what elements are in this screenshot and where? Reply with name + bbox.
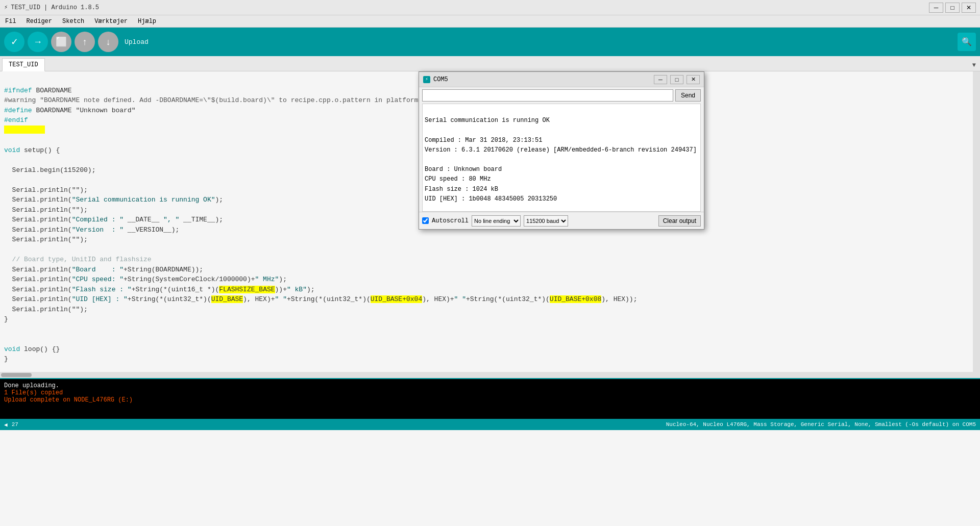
upload-label: Upload xyxy=(125,38,149,46)
com5-output-line-1: Serial communication is running OK xyxy=(425,116,698,126)
app-icon: ⚡ xyxy=(4,4,8,11)
clear-output-button[interactable]: Clear output xyxy=(658,215,701,227)
code-void-loop: void xyxy=(4,345,20,353)
open-button[interactable]: ↑ xyxy=(75,32,95,52)
code-println-compiled: Serial.println("Compiled : " __DATE__ ",… xyxy=(12,216,224,223)
code-close-brace-2: } xyxy=(4,355,8,363)
code-line-3b: BOARDNAME "Unknown board" xyxy=(36,107,135,114)
com5-output[interactable]: Serial communication is running OK Compi… xyxy=(422,104,701,212)
code-line-1: #ifndef xyxy=(4,87,32,94)
maximize-button[interactable]: □ xyxy=(945,3,960,13)
code-println-1: Serial.println(""); xyxy=(12,186,88,194)
code-loop-fn: loop() {} xyxy=(24,345,60,353)
code-println-2: Serial.println("Serial communication is … xyxy=(12,196,224,204)
com5-output-line-4: Version : 6.3.1 20170620 (release) [ARM/… xyxy=(425,145,698,155)
code-println-cpu: Serial.println("CPU speed: "+String(Syst… xyxy=(12,275,287,283)
status-left: ◀ 27 xyxy=(4,421,18,428)
code-boardname-1: BOARDNAME xyxy=(36,87,71,94)
code-println-board: Serial.println("Board : "+String(BOARDNA… xyxy=(12,266,203,273)
autoscroll-label[interactable]: Autoscroll xyxy=(432,217,469,224)
main-scrollbar[interactable] xyxy=(973,71,980,372)
code-serial-begin: Serial.begin(115200); xyxy=(12,166,96,174)
com5-output-line-7: CPU speed : 80 MHz xyxy=(425,174,698,184)
scrollbar-thumb xyxy=(1,373,32,377)
menu-sketch[interactable]: Sketch xyxy=(60,17,86,26)
title-bar: ⚡ TEST_UID | Arduino 1.8.5 ─ □ ✕ xyxy=(0,0,980,15)
console-area: Done uploading. 1 File(s) copied Upload … xyxy=(0,378,980,419)
com5-message-input[interactable] xyxy=(422,89,673,102)
code-empty-highlight xyxy=(4,126,45,134)
code-println-3: Serial.println(""); xyxy=(12,206,88,214)
code-close-brace-1: } xyxy=(4,315,8,323)
com5-footer: Autoscroll No line ending Newline Carria… xyxy=(419,212,704,229)
console-line-1: 1 File(s) copied xyxy=(4,389,976,396)
code-println-4: Serial.println(""); xyxy=(12,236,88,243)
com5-titlebar: ⚡ COM5 ─ □ ✕ xyxy=(419,72,704,87)
code-println-uid: Serial.println("UID [HEX] : "+String(*(u… xyxy=(12,295,638,303)
horizontal-scrollbar[interactable] xyxy=(0,372,980,378)
com5-icon: ⚡ xyxy=(423,76,430,83)
baud-rate-select[interactable]: 115200 baud 9600 baud xyxy=(524,215,568,227)
code-line-3a: #define xyxy=(4,107,32,114)
menu-hjaelp[interactable]: Hjælp xyxy=(136,17,158,26)
tab-test-uid[interactable]: TEST_UID xyxy=(2,58,45,71)
minimize-button[interactable]: ─ xyxy=(929,3,943,13)
menu-fil[interactable]: Fil xyxy=(3,17,18,26)
line-ending-select[interactable]: No line ending Newline Carriage return B… xyxy=(472,215,521,227)
menu-rediger[interactable]: Rediger xyxy=(24,17,54,26)
verify-button[interactable]: ✓ xyxy=(4,32,24,52)
status-arrows-left[interactable]: ◀ xyxy=(4,421,8,428)
menu-vaerktojer[interactable]: Værktøjer xyxy=(92,17,130,26)
com5-close-button[interactable]: ✕ xyxy=(687,75,700,84)
upload-button[interactable]: → xyxy=(28,32,48,52)
search-button[interactable]: 🔍 xyxy=(958,33,976,51)
com5-output-line-6: Board : Unknown board xyxy=(425,165,698,174)
com5-maximize-button[interactable]: □ xyxy=(670,75,683,84)
title-bar-controls: ─ □ ✕ xyxy=(929,3,976,13)
tabs-bar: TEST_UID ▼ xyxy=(0,56,980,71)
toolbar: ✓ → ⬜ ↑ ↓ Upload 🔍 xyxy=(0,28,980,56)
code-comment: // Board type, UnitID and flashsize xyxy=(12,256,152,263)
code-println-version: Serial.println("Version : " __VERSION__)… xyxy=(12,226,180,234)
com5-output-line-3: Compiled : Mar 31 2018, 23:13:51 xyxy=(425,136,698,145)
app-title: TEST_UID | Arduino 1.8.5 xyxy=(11,4,99,11)
new-button[interactable]: ⬜ xyxy=(51,32,71,52)
com5-output-line-0 xyxy=(425,106,698,116)
com5-output-line-8: Flash size : 1024 kB xyxy=(425,185,698,194)
code-line-2: #warning "BOARDNAME note defined. Add -D… xyxy=(4,96,438,104)
status-board-info: Nucleo-64, Nucleo L476RG, Mass Storage, … xyxy=(666,421,976,428)
console-line-2: Upload complete on NODE_L476RG (E:) xyxy=(4,396,976,404)
code-println-flash: Serial.println("Flash size : "+String(*(… xyxy=(12,286,315,293)
com5-title: COM5 xyxy=(433,76,651,83)
code-println-5: Serial.println(""); xyxy=(12,306,88,313)
close-button[interactable]: ✕ xyxy=(962,3,976,13)
com5-input-row: Send xyxy=(419,87,704,104)
status-bar: ◀ 27 Nucleo-64, Nucleo L476RG, Mass Stor… xyxy=(0,419,980,430)
com5-send-button[interactable]: Send xyxy=(675,89,701,102)
menu-bar: Fil Rediger Sketch Værktøjer Hjælp xyxy=(0,15,980,28)
com5-modal: ⚡ COM5 ─ □ ✕ Send Serial communication i… xyxy=(419,71,704,230)
code-setup-fn: setup() { xyxy=(24,146,60,154)
autoscroll-checkbox[interactable] xyxy=(422,217,429,224)
com5-minimize-button[interactable]: ─ xyxy=(654,75,667,84)
save-button[interactable]: ↓ xyxy=(98,32,118,52)
com5-output-line-5 xyxy=(425,155,698,165)
code-void-setup: void xyxy=(4,146,20,154)
status-line-number: 27 xyxy=(12,421,18,428)
code-line-4: #endif xyxy=(4,116,28,124)
main-area: #ifndef BOARDNAME #warning "BOARDNAME no… xyxy=(0,71,980,372)
tab-dropdown-arrow[interactable]: ▼ xyxy=(970,60,978,71)
com5-output-line-2 xyxy=(425,126,698,135)
com5-output-line-9: UID [HEX] : 1b0048 48345005 20313250 xyxy=(425,194,698,204)
console-done-line: Done uploading. xyxy=(4,382,976,389)
title-bar-left: ⚡ TEST_UID | Arduino 1.8.5 xyxy=(4,4,99,11)
